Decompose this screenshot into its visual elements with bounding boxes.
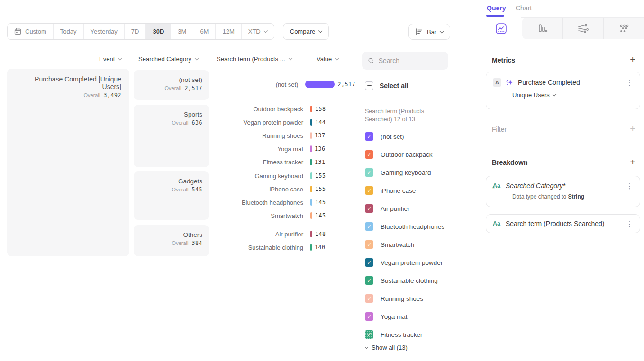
tab-chart[interactable]: Chart — [516, 4, 532, 12]
add-filter-button[interactable]: + — [630, 124, 635, 134]
search-input[interactable] — [379, 57, 443, 64]
table-row[interactable]: Sustainable clothing 140 — [213, 241, 355, 254]
column-header-value[interactable]: Value — [317, 55, 338, 63]
category-cell-sports[interactable]: Sports Overall636 — [134, 105, 209, 167]
date-xtd-button[interactable]: XTD — [241, 24, 274, 39]
value-bar — [310, 132, 312, 139]
group-separator — [213, 223, 354, 223]
checkbox[interactable] — [365, 204, 373, 213]
checkbox[interactable] — [365, 330, 373, 339]
value-bar — [310, 106, 312, 112]
chart-type-button[interactable]: Bar — [408, 24, 450, 40]
date-30d-button[interactable]: 30D — [145, 24, 171, 39]
show-all-toggle[interactable]: Show all (13) — [365, 344, 408, 351]
filter-item[interactable]: Sustainable clothing — [365, 276, 438, 285]
tab-bar-report[interactable] — [522, 18, 562, 39]
date-toolbar: Custom Today Yesterday 7D 30D 3M 6M 12M … — [7, 23, 329, 40]
table-row[interactable]: Bluetooth headphones 145 — [213, 196, 355, 209]
breakdown-card-search-term[interactable]: Aa Search term (Products Searched) ⋮ — [486, 214, 640, 233]
breakdown-property-name: Searched Category* — [506, 182, 565, 190]
value-bar — [310, 212, 312, 219]
select-all-checkbox-row[interactable]: Select all — [365, 81, 408, 90]
table-row[interactable]: Air purifier 148 — [213, 227, 355, 241]
date-today-button[interactable]: Today — [53, 24, 83, 39]
table-row[interactable]: Yoga mat 136 — [213, 142, 355, 155]
add-breakdown-button[interactable]: + — [630, 157, 635, 167]
compare-button[interactable]: Compare — [283, 23, 329, 40]
flows-icon — [577, 23, 590, 34]
date-range-selector: Custom Today Yesterday 7D 30D 3M 6M 12M … — [7, 23, 274, 40]
filter-item[interactable]: Yoga mat — [365, 312, 408, 321]
event-cell[interactable]: Purchase Completed [Unique Users] Overal… — [7, 69, 129, 256]
tab-query[interactable]: Query — [487, 4, 506, 12]
date-7d-button[interactable]: 7D — [124, 24, 146, 39]
filter-item[interactable]: Outdoor backpack — [365, 150, 433, 159]
kebab-menu-icon[interactable]: ⋮ — [626, 182, 633, 190]
filter-item[interactable]: Vegan protein powder — [365, 258, 443, 267]
filter-item[interactable]: iPhone case — [365, 186, 416, 195]
category-cell-others[interactable]: Others Overall384 — [134, 225, 209, 256]
string-property-icon: Aa — [493, 220, 501, 227]
checkbox[interactable] — [365, 186, 373, 195]
date-custom-label: Custom — [25, 28, 46, 35]
add-metric-button[interactable]: + — [630, 55, 635, 64]
column-header-search-term[interactable]: Search term (Products ... — [217, 55, 292, 63]
category-cell-gadgets[interactable]: Gadgets Overall545 — [134, 171, 209, 220]
table-row[interactable]: Running shoes 137 — [213, 129, 355, 142]
search-icon — [368, 57, 374, 64]
checkbox[interactable] — [365, 258, 373, 267]
string-property-icon: Aa* — [493, 182, 501, 189]
checkbox[interactable] — [365, 294, 373, 303]
chevron-down-icon — [118, 56, 122, 60]
table-row[interactable]: Fitness tracker 131 — [213, 155, 355, 169]
select-all-checkbox[interactable] — [365, 81, 373, 90]
chevron-down-icon — [195, 56, 199, 60]
checkbox[interactable] — [365, 312, 373, 321]
checkbox[interactable] — [365, 276, 373, 285]
horizontal-bar-chart-icon — [416, 28, 423, 35]
filter-item[interactable]: Smartwatch — [365, 240, 414, 249]
date-3m-button[interactable]: 3M — [171, 24, 193, 39]
value-bar — [310, 186, 312, 192]
tab-flows-report[interactable] — [562, 18, 603, 39]
kebab-menu-icon[interactable]: ⋮ — [626, 220, 633, 227]
value-bar — [310, 145, 312, 152]
table-row[interactable]: Vegan protein powder 144 — [213, 116, 355, 129]
filter-item[interactable]: Bluetooth headphones — [365, 222, 444, 231]
breakdown-card-searched-category[interactable]: Aa* Searched Category* ⋮ Data type chang… — [486, 176, 640, 207]
date-6m-button[interactable]: 6M — [193, 24, 215, 39]
aggregation-selector[interactable]: Unique Users — [512, 91, 633, 99]
date-custom-button[interactable]: Custom — [8, 24, 53, 39]
checkbox[interactable] — [365, 150, 373, 159]
filter-item[interactable]: Air purifier — [365, 204, 410, 213]
date-12m-button[interactable]: 12M — [215, 24, 241, 39]
tab-retention-report[interactable] — [603, 18, 644, 39]
checkbox[interactable] — [365, 222, 373, 231]
table-row[interactable]: (not set) 2,517 — [213, 78, 355, 91]
filter-item[interactable]: Fitness tracker — [365, 330, 423, 339]
chevron-down-icon — [288, 56, 292, 60]
filter-item[interactable]: (not set) — [365, 132, 404, 141]
kebab-menu-icon[interactable]: ⋮ — [626, 79, 633, 86]
checkbox[interactable] — [365, 168, 373, 177]
metrics-section-title: Metrics — [492, 56, 515, 64]
table-row[interactable]: iPhone case 155 — [213, 182, 355, 196]
query-panel: Query Chart Metrics + A Purchase Complet… — [480, 0, 644, 361]
breakdown-section-title: Breakdown — [492, 159, 527, 166]
checkbox[interactable] — [365, 240, 373, 249]
metric-card[interactable]: A Purchase Completed ⋮ Unique Users — [486, 72, 640, 109]
chevron-down-icon — [440, 29, 444, 33]
value-bar — [310, 244, 312, 251]
category-cell-not-set[interactable]: (not set) Overall2,517 — [134, 70, 209, 100]
checkbox[interactable] — [365, 132, 373, 141]
tab-insights-report-active[interactable] — [480, 18, 522, 39]
table-row[interactable]: Outdoor backpack 158 — [213, 102, 355, 116]
column-header-category[interactable]: Searched Category — [138, 55, 198, 63]
date-yesterday-button[interactable]: Yesterday — [83, 24, 124, 39]
filter-item[interactable]: Gaming keyboard — [365, 168, 431, 177]
analytics-app: Custom Today Yesterday 7D 30D 3M 6M 12M … — [0, 0, 644, 361]
filter-item[interactable]: Running shoes — [365, 294, 423, 303]
column-header-event[interactable]: Event — [99, 55, 121, 63]
table-row[interactable]: Smartwatch 145 — [213, 209, 355, 222]
table-row[interactable]: Gaming keyboard 155 — [213, 169, 355, 182]
